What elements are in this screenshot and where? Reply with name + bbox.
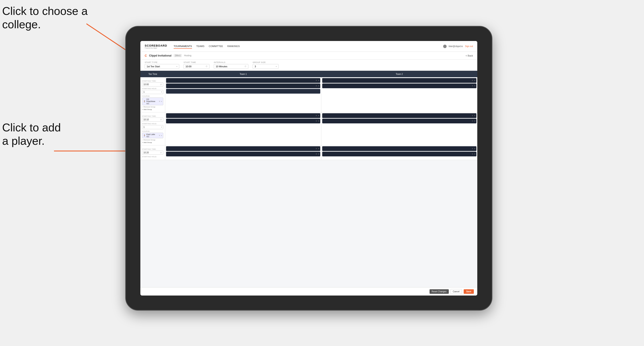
user-avatar — [443, 45, 446, 48]
starting-time-value[interactable]: 10:10 ⏱ — [142, 118, 163, 122]
clock-icon-4: ⏱ — [160, 119, 162, 121]
nav-link-tournaments[interactable]: TOURNAMENTS — [174, 44, 192, 49]
player-row[interactable]: ✕ ▾ — [322, 78, 476, 83]
player-x-icon[interactable]: ✕ — [316, 120, 317, 122]
chevron-icon-2: ▾ — [161, 101, 162, 102]
team1-col-1: ✕ ▾ ✕ ▾ — [165, 77, 321, 112]
player-x-icon[interactable]: ✕ — [472, 85, 474, 87]
course-label: COURSE: — [142, 95, 163, 97]
player-x-icon[interactable]: ✕ — [316, 148, 317, 150]
starting-hole-value[interactable]: 1 ▾ — [142, 125, 163, 129]
clock-icon-3: ⏱ — [160, 83, 162, 86]
chevron-down-icon-2: ▾ — [276, 66, 277, 67]
footer-bar: Reset Changes Cancel Save — [140, 287, 477, 296]
player-chevron-icon[interactable]: ▾ — [318, 115, 319, 117]
chevron-down-icon: ▾ — [176, 66, 177, 67]
start-time-select[interactable]: 10:00 ⏱ — [184, 64, 210, 69]
remove-group-link-1[interactable]: ○ Remove Group — [142, 106, 163, 108]
add-group-link-1[interactable]: + Add Group — [142, 109, 163, 110]
start-type-select[interactable]: 1st Tee Start ▾ — [145, 64, 179, 69]
course-tag-2[interactable]: 🏌 East Lake GC ✕ ▾ — [142, 133, 163, 138]
player-x-icon[interactable]: ✕ — [472, 148, 474, 150]
back-button[interactable]: < Back — [466, 54, 473, 57]
starting-hole-value[interactable]: 1 ▾ — [142, 90, 163, 94]
team1-col-2: ✕ ▾ ✕ ▾ — [165, 112, 321, 145]
hosting-badge: Hosting — [184, 54, 191, 57]
team2-col-1: ✕ ▾ ✕ ▾ — [321, 77, 477, 112]
player-row[interactable]: ✕ ▾ — [166, 83, 320, 88]
clock-icon-2: ⏱ — [244, 65, 246, 67]
player-chevron-icon[interactable]: ▾ — [474, 115, 475, 117]
remove-tag-icon[interactable]: ✕ — [159, 134, 160, 137]
player-row[interactable]: ✕ ▾ — [322, 119, 476, 123]
left-panel-2: STARTING TIME: 10:10 ⏱ STARTING HOLE: 1 … — [140, 112, 165, 145]
sign-out-link[interactable]: Sign out — [465, 45, 473, 47]
player-chevron-icon[interactable]: ▾ — [474, 120, 475, 122]
player-x-icon[interactable]: ✕ — [316, 115, 317, 117]
remove-tag-icon[interactable]: ✕ — [159, 100, 160, 102]
intervals-select[interactable]: 10 Minutes ⏱ — [214, 64, 248, 69]
course-tag-1[interactable]: 🏌 (A) Peachtree GC ✕ ▾ — [142, 98, 163, 105]
player-x-icon[interactable]: ✕ — [316, 153, 317, 155]
remove-group-link-2[interactable]: ○ Remove Group — [142, 139, 163, 141]
app-screen: SCOREBOARD Powered by clippd TOURNAMENTS… — [140, 41, 477, 296]
team1-col-3: ✕ ▾ ✕ ▾ — [165, 145, 321, 160]
player-row[interactable]: ✕ ▾ — [322, 83, 476, 88]
player-row[interactable]: ✕ ▾ — [166, 152, 320, 156]
start-time-group: Start Time 10:00 ⏱ — [184, 61, 210, 69]
player-chevron-icon[interactable]: ▾ — [318, 79, 319, 82]
logo-text: SCOREBOARD — [145, 44, 167, 47]
starting-time-value[interactable]: 10:00 ⏱ — [142, 82, 163, 86]
player-x-icon[interactable]: ✕ — [472, 79, 474, 82]
player-x-icon[interactable]: ✕ — [316, 79, 317, 82]
player-chevron-icon[interactable]: ▾ — [318, 85, 319, 87]
nav-right: blair@clippd.io Sign out — [443, 45, 473, 48]
group-size-label: Group Size — [253, 61, 278, 63]
player-chevron-icon[interactable]: ▾ — [474, 153, 475, 155]
add-group-link-2[interactable]: + Add Group — [142, 142, 163, 144]
nav-bar: SCOREBOARD Powered by clippd TOURNAMENTS… — [140, 41, 477, 52]
course-icon: 🏌 — [144, 100, 146, 102]
starting-hole-label: STARTING HOLE: — [142, 156, 163, 158]
logo-area: SCOREBOARD Powered by clippd — [145, 44, 167, 49]
clock-icon: ⏱ — [206, 65, 208, 67]
player-row[interactable]: ✕ ▾ — [322, 146, 476, 151]
annotation-add-player: Click to add a player. — [2, 121, 61, 148]
tee-row: STARTING TIME: 10:20 ⏱ STARTING HOLE: ✕ … — [140, 145, 477, 160]
player-chevron-icon[interactable]: ▾ — [474, 85, 475, 87]
player-x-icon[interactable]: ✕ — [472, 115, 474, 117]
group-size-select[interactable]: 3 ▾ — [253, 64, 278, 69]
player-row[interactable]: ✕ ▾ — [166, 113, 320, 118]
left-panel-1: STARTING TIME: 10:00 ⏱ STARTING HOLE: 1 … — [140, 77, 165, 112]
nav-link-teams[interactable]: TEAMS — [196, 44, 204, 49]
main-content[interactable]: STARTING TIME: 10:00 ⏱ STARTING HOLE: 1 … — [140, 77, 477, 287]
chevron-icon-3: ▾ — [161, 135, 162, 137]
player-x-icon[interactable]: ✕ — [472, 153, 474, 155]
start-time-label: Start Time — [184, 61, 210, 63]
reset-changes-button[interactable]: Reset Changes — [430, 289, 449, 294]
player-chevron-icon[interactable]: ▾ — [318, 148, 319, 150]
player-chevron-icon[interactable]: ▾ — [318, 120, 319, 122]
sub-header: C Clippd Invitational (Men) Hosting < Ba… — [140, 52, 477, 59]
nav-link-rankings[interactable]: RANKINGS — [228, 44, 240, 49]
player-x-icon[interactable]: ✕ — [316, 85, 317, 87]
starting-time-label: STARTING TIME: — [142, 148, 163, 150]
player-chevron-icon[interactable]: ▾ — [318, 153, 319, 155]
save-button[interactable]: Save — [464, 289, 474, 294]
player-x-icon[interactable]: ✕ — [472, 120, 474, 122]
player-row[interactable]: ✕ ▾ — [166, 119, 320, 123]
starting-time-value[interactable]: 10:20 ⏱ — [142, 151, 163, 155]
start-type-group: Start Type 1st Tee Start ▾ — [145, 61, 179, 69]
team2-col-3: ✕ ▾ ✕ ▾ — [321, 145, 477, 160]
tournament-name: Clippd Invitational — [149, 54, 172, 57]
player-chevron-icon[interactable]: ▾ — [474, 148, 475, 150]
nav-link-committee[interactable]: COMMITTEE — [209, 44, 223, 49]
player-row[interactable]: ✕ ▾ — [322, 152, 476, 156]
player-row[interactable]: ✕ ▾ — [166, 146, 320, 151]
player-chevron-icon[interactable]: ▾ — [474, 79, 475, 82]
player-row[interactable]: ✕ ▾ — [166, 78, 320, 83]
player-row-add[interactable] — [166, 89, 320, 94]
course-label: COURSE: — [142, 130, 163, 132]
cancel-button[interactable]: Cancel — [450, 289, 462, 294]
player-row[interactable]: ✕ ▾ — [322, 113, 476, 118]
